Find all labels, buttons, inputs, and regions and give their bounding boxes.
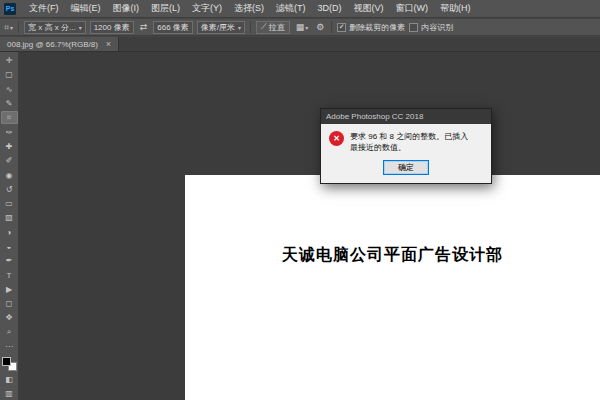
document-tab[interactable]: 008.jpg @ 66.7%(RGB/8) × (0, 37, 119, 51)
tool-icon: ✎ (6, 99, 13, 108)
color-swatches[interactable] (2, 357, 17, 371)
dialog-footer: 确定 (321, 156, 491, 183)
history-brush-tool[interactable]: ↺ (1, 183, 18, 196)
tool-icon: ▢ (5, 70, 13, 79)
quick-mask-button[interactable]: ◧ (1, 372, 18, 385)
menu-item[interactable]: 编辑(E) (65, 0, 107, 17)
delete-cropped-pixels-label: 删除裁剪的像素 (349, 22, 405, 33)
divider (250, 21, 251, 33)
tool-icon: ▶ (6, 285, 12, 294)
swap-dimensions-button[interactable]: ⇄ (138, 22, 150, 32)
document-canvas[interactable]: 天诚电脑公司平面广告设计部 (185, 175, 600, 400)
shape-tool[interactable]: ◻ (1, 297, 18, 310)
tool-icon: ⌕ (7, 327, 11, 337)
menu-item[interactable]: 文字(Y) (186, 0, 228, 17)
tool-icon: ✚ (6, 142, 13, 151)
menu-items: 文件(F) 编辑(E) 图像(I) 图层(L) 文字(Y) 选择(S) 滤镜(T… (23, 0, 477, 17)
menu-item[interactable]: 选择(S) (228, 0, 270, 17)
hand-tool[interactable]: ✥ (1, 311, 18, 324)
healing-brush-tool[interactable]: ✚ (1, 140, 18, 153)
content-aware-checkbox[interactable]: ✓ (409, 23, 418, 32)
marquee-tool[interactable]: ▢ (1, 68, 18, 81)
menu-item[interactable]: 视图(V) (348, 0, 390, 17)
error-icon: ✕ (329, 131, 344, 146)
blur-tool[interactable]: ◑ (1, 226, 18, 239)
delete-cropped-pixels-checkbox[interactable]: ✓ (337, 23, 346, 32)
menu-item[interactable]: 3D(D) (312, 0, 348, 17)
menu-item[interactable]: 窗口(W) (390, 0, 435, 17)
tool-icon: ◉ (6, 171, 13, 180)
toolbar-ellipsis-button[interactable]: ⋯ (1, 340, 18, 353)
tool-icon: ✒ (6, 256, 13, 265)
tool-icon: ↺ (6, 185, 13, 194)
pen-tool[interactable]: ✒ (1, 254, 18, 267)
document-tab-title: 008.jpg @ 66.7%(RGB/8) (7, 40, 98, 49)
ok-button[interactable]: 确定 (383, 160, 429, 175)
close-icon[interactable]: × (106, 39, 111, 49)
tool-icon: ✛ (6, 56, 13, 65)
menu-bar: Ps 文件(F) 编辑(E) 图像(I) 图层(L) 文字(Y) 选择(S) 滤… (0, 0, 600, 18)
brush-tool[interactable]: ✐ (1, 154, 18, 167)
document-headline-text: 天诚电脑公司平面广告设计部 (185, 245, 600, 266)
menu-item[interactable]: 图像(I) (107, 0, 146, 17)
dialog-body: ✕ 要求 96 和 8 之间的整数。已插入最接近的数值。 (321, 124, 491, 156)
tool-icon: ✐ (6, 156, 13, 165)
resolution-unit-value: 像素/厘米 (201, 22, 235, 33)
straighten-label: 拉直 (269, 22, 285, 33)
crop-options-bar: ⌗ ▾ 宽 x 高 x 分... ▾ 1200 像素 ⇄ 666 像素 像素/厘… (0, 19, 600, 36)
active-tool-indicator[interactable]: ⌗ ▾ (4, 22, 13, 33)
eraser-tool[interactable]: ▭ (1, 197, 18, 210)
dodge-tool[interactable]: ◒ (1, 240, 18, 253)
error-dialog: Adobe Photoshop CC 2018 ✕ 要求 96 和 8 之间的整… (320, 108, 492, 184)
lasso-tool[interactable]: ∿ (1, 83, 18, 96)
type-tool[interactable]: T (1, 268, 18, 281)
dialog-title-bar[interactable]: Adobe Photoshop CC 2018 (321, 109, 491, 124)
gear-icon: ⚙ (316, 22, 324, 32)
workspace: ✛ ▢ ∿ ✎ ⌗ ✑ ✚ (0, 52, 600, 400)
tool-icon: ✥ (6, 313, 13, 322)
menu-item[interactable]: 图层(L) (145, 0, 186, 17)
crop-settings-button[interactable]: ⚙ (314, 22, 326, 32)
tool-icon: ◒ (7, 242, 12, 251)
check-icon: ✓ (339, 23, 345, 31)
dialog-title: Adobe Photoshop CC 2018 (326, 112, 423, 121)
clone-stamp-tool[interactable]: ◉ (1, 168, 18, 181)
chevron-down-icon: ▾ (79, 24, 82, 31)
photoshop-logo-icon: Ps (4, 3, 16, 15)
path-selection-tool[interactable]: ▶ (1, 283, 18, 296)
chevron-down-icon: ▾ (305, 24, 308, 31)
straighten-icon: ⟋ (261, 22, 267, 32)
move-tool[interactable]: ✛ (1, 54, 18, 67)
crop-preset-dropdown[interactable]: 宽 x 高 x 分... ▾ (24, 21, 86, 34)
menu-item[interactable]: 滤镜(T) (270, 0, 312, 17)
tool-icon: ∿ (6, 85, 13, 94)
straighten-button[interactable]: ⟋ 拉直 (256, 21, 290, 34)
menu-item[interactable]: 文件(F) (23, 0, 65, 17)
canvas-area[interactable]: 天诚电脑公司平面广告设计部 (19, 52, 600, 400)
crop-width-input[interactable]: 1200 像素 (90, 21, 134, 34)
menu-item[interactable]: 帮助(H) (434, 0, 477, 17)
tool-icon: ✑ (6, 128, 13, 137)
crop-preset-value: 宽 x 高 x 分... (28, 22, 76, 33)
tool-icon: ⌗ (7, 113, 12, 123)
overlay-options-button[interactable]: ▦ ▾ (294, 22, 311, 32)
chevron-down-icon: ▾ (10, 24, 13, 31)
divider (331, 21, 332, 33)
crop-height-input[interactable]: 666 像素 (153, 21, 193, 34)
eyedropper-tool[interactable]: ✑ (1, 125, 18, 138)
crop-tool-icon: ⌗ (4, 22, 9, 33)
content-aware-group: ✓ 内容识别 (409, 22, 453, 33)
screen-mode-button[interactable]: ▥ (1, 387, 18, 400)
crop-height-value: 666 像素 (157, 22, 189, 33)
crop-tool[interactable]: ⌗ (1, 111, 18, 124)
gradient-tool[interactable]: ▧ (1, 211, 18, 224)
content-aware-label: 内容识别 (421, 22, 453, 33)
quick-selection-tool[interactable]: ✎ (1, 97, 18, 110)
crop-width-value: 1200 像素 (94, 22, 130, 33)
foreground-color-swatch[interactable] (2, 357, 11, 366)
tool-icon: ◑ (7, 228, 12, 237)
tool-icon: ▧ (5, 213, 13, 222)
zoom-tool[interactable]: ⌕ (1, 326, 18, 339)
resolution-unit-dropdown[interactable]: 像素/厘米 ▾ (197, 21, 245, 34)
tool-icon: ▭ (5, 199, 13, 208)
